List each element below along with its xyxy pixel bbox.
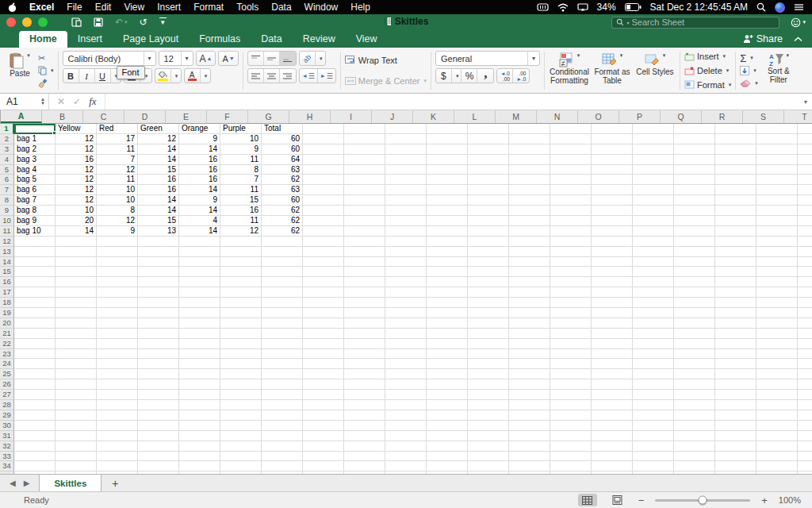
cell-A18[interactable] [14,298,56,308]
column-header-O[interactable]: O [578,110,619,123]
cell-G28[interactable] [262,400,303,410]
row-header-3[interactable]: 3 [0,144,14,155]
decrease-indent-button[interactable]: ◄☰ [300,69,318,83]
cell-P24[interactable] [633,359,674,369]
cell-H22[interactable] [303,339,344,349]
cell-J33[interactable] [385,452,427,462]
cell-S16[interactable] [756,277,798,287]
row-header-17[interactable]: 17 [0,287,14,298]
row-header-19[interactable]: 19 [0,308,14,318]
cell-J14[interactable] [385,257,427,267]
cell-T15[interactable] [798,267,812,277]
cell-E7[interactable]: 14 [179,185,220,195]
cell-F22[interactable] [220,339,262,349]
cell-B26[interactable] [56,379,97,390]
cell-H30[interactable] [303,421,344,431]
cell-L16[interactable] [468,277,509,287]
cell-J17[interactable] [385,287,427,298]
cell-I5[interactable] [344,165,385,175]
cell-G13[interactable] [262,247,303,257]
cell-E33[interactable] [179,452,220,462]
cell-M4[interactable] [509,155,550,165]
cell-T10[interactable] [798,216,812,226]
cell-E25[interactable] [179,369,220,379]
cell-F34[interactable] [220,461,262,471]
cell-A34[interactable] [14,461,56,471]
cell-N35[interactable] [550,471,592,474]
cell-A28[interactable] [14,400,56,410]
cell-C2[interactable]: 17 [97,134,138,144]
cell-S20[interactable] [756,318,798,329]
wifi-icon[interactable] [557,3,569,12]
cell-R28[interactable] [715,400,756,410]
cell-J20[interactable] [385,318,427,329]
cell-S4[interactable] [756,155,798,165]
align-right-button[interactable] [280,69,296,83]
currency-format-button[interactable]: $ [436,69,452,83]
cell-G26[interactable] [262,379,303,390]
cell-K11[interactable] [427,226,468,237]
cell-T7[interactable] [798,185,812,195]
cell-N30[interactable] [550,421,592,431]
cell-M24[interactable] [509,359,550,369]
cell-O20[interactable] [592,318,633,329]
row-header-10[interactable]: 10 [0,216,14,226]
cell-G9[interactable]: 62 [262,206,303,216]
cell-I1[interactable] [344,124,385,134]
cell-F11[interactable]: 12 [220,226,262,237]
cell-I17[interactable] [344,287,385,298]
cell-N15[interactable] [550,267,592,277]
fill-button[interactable]: ▾ [740,64,758,77]
column-header-I[interactable]: I [331,110,372,123]
cell-D15[interactable] [138,267,179,277]
cell-H11[interactable] [303,226,344,237]
row-header-25[interactable]: 25 [0,369,14,379]
cell-G17[interactable] [262,287,303,298]
cell-D23[interactable] [138,349,179,360]
cell-S25[interactable] [756,369,798,379]
cell-T11[interactable] [798,226,812,237]
cell-B7[interactable]: 12 [56,185,97,195]
cell-R32[interactable] [715,441,756,452]
cell-Q29[interactable] [674,410,715,421]
cell-N2[interactable] [550,134,592,144]
row-header-34[interactable]: 34 [0,461,14,471]
add-sheet-button[interactable]: + [102,475,128,491]
cell-E3[interactable]: 14 [179,144,220,155]
cell-F30[interactable] [220,421,262,431]
cell-D8[interactable]: 14 [138,195,179,206]
cell-E31[interactable] [179,431,220,441]
underline-button[interactable]: U [95,69,111,83]
cell-Q12[interactable] [674,237,715,247]
autosum-button[interactable]: Σ▾ [740,52,758,64]
column-header-R[interactable]: R [702,110,743,123]
cell-J21[interactable] [385,329,427,339]
cell-O6[interactable] [592,175,633,185]
cell-I6[interactable] [344,175,385,185]
cell-Q31[interactable] [674,431,715,441]
cell-L22[interactable] [468,339,509,349]
cell-E19[interactable] [179,308,220,318]
cell-N7[interactable] [550,185,592,195]
cell-S26[interactable] [756,379,798,390]
cell-M22[interactable] [509,339,550,349]
cell-O2[interactable] [592,134,633,144]
cell-J3[interactable] [385,144,427,155]
cell-G24[interactable] [262,359,303,369]
cell-F35[interactable] [220,471,262,474]
cell-D34[interactable] [138,461,179,471]
cell-N4[interactable] [550,155,592,165]
cell-S32[interactable] [756,441,798,452]
cell-K30[interactable] [427,421,468,431]
cell-H1[interactable] [303,124,344,134]
cell-S7[interactable] [756,185,798,195]
cell-T3[interactable] [798,144,812,155]
cell-H15[interactable] [303,267,344,277]
cell-Q24[interactable] [674,359,715,369]
menu-item-edit[interactable]: Edit [95,2,112,13]
cell-E24[interactable] [179,359,220,369]
cell-D14[interactable] [138,257,179,267]
cell-C8[interactable]: 10 [97,195,138,206]
row-header-27[interactable]: 27 [0,390,14,400]
cell-G21[interactable] [262,329,303,339]
